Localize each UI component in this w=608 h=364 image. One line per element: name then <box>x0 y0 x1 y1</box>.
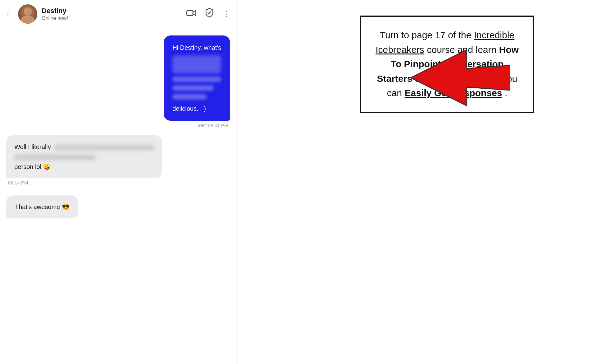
blur-content-2 <box>172 77 221 82</box>
more-menu-icon[interactable]: ⋮ <box>222 10 231 18</box>
received-bubble: Well I literally person lol 🤪 <box>6 135 162 178</box>
blur-content-3 <box>172 85 214 91</box>
contact-name: Destiny <box>42 7 186 15</box>
header-actions: ⋮ <box>186 8 231 20</box>
sent-message-wrapper: Hi Destiny, what's delicious. :-) <box>6 35 230 121</box>
red-arrow-container <box>411 40 510 115</box>
blur-content-4 <box>172 94 207 100</box>
sent-timestamp: Sent 04:01 PM <box>6 123 230 128</box>
svg-marker-1 <box>411 50 510 106</box>
last-bubble: That's awesome 😎 <box>6 195 78 218</box>
received-text-2: person lol 🤪 <box>14 162 154 171</box>
sent-message-text: Hi Destiny, what's <box>172 43 221 52</box>
avatar <box>18 4 37 24</box>
shield-icon[interactable] <box>205 8 214 20</box>
chat-header: ← Destiny Online now! ⋮ <box>0 0 236 28</box>
received-text-1: Well I literally <box>14 142 154 152</box>
annotation-panel: Turn to page 17 of the Incredible Icebre… <box>236 0 608 364</box>
sent-message-ending: delicious. :-) <box>172 104 221 113</box>
red-arrow-icon <box>411 40 510 115</box>
contact-status: Online now! <box>42 16 186 21</box>
received-timestamp: 06:14 PM <box>6 180 230 185</box>
video-icon[interactable] <box>186 9 196 19</box>
chat-panel: ← Destiny Online now! ⋮ <box>0 0 236 364</box>
sent-bubble: Hi Destiny, what's delicious. :-) <box>164 35 230 121</box>
received-message-wrapper: Well I literally person lol 🤪 <box>6 135 230 178</box>
contact-info: Destiny Online now! <box>42 7 186 21</box>
blur-received-2 <box>14 155 95 160</box>
blur-received-1 <box>54 145 154 150</box>
blur-content-1 <box>172 55 221 73</box>
svg-rect-0 <box>187 11 193 16</box>
messages-area: Hi Destiny, what's delicious. :-) Sent 0… <box>0 28 236 364</box>
back-button[interactable]: ← <box>6 9 14 19</box>
last-message-wrapper: That's awesome 😎 <box>6 195 230 218</box>
callout-line1: Turn to page 17 of the <box>380 30 471 40</box>
